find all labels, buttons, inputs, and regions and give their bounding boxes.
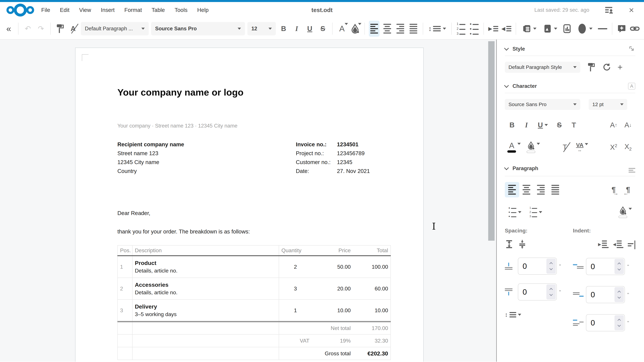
undo-button[interactable]: ↶ bbox=[22, 21, 33, 37]
spinner[interactable] bbox=[614, 287, 624, 302]
sidebar-italic-button[interactable]: I bbox=[519, 117, 534, 133]
decrease-indent-icon[interactable]: ◀ bbox=[613, 241, 623, 248]
indent-after-input[interactable]: 0 bbox=[586, 286, 625, 303]
insert-line-button[interactable] bbox=[597, 21, 608, 37]
menu-edit[interactable]: Edit bbox=[60, 7, 70, 13]
insert-shape-button[interactable] bbox=[575, 21, 595, 37]
clone-formatting-button[interactable] bbox=[55, 21, 66, 37]
superscript-button[interactable]: X2 bbox=[606, 139, 621, 155]
shrink-font-button[interactable]: A↓ bbox=[621, 117, 635, 133]
document-page[interactable]: Your company name or logo Your company ·… bbox=[75, 48, 424, 362]
menu-insert[interactable]: Insert bbox=[101, 7, 115, 13]
menu-help[interactable]: Help bbox=[197, 7, 209, 13]
clear-formatting-button[interactable]: A bbox=[68, 21, 78, 37]
menu-format[interactable]: Format bbox=[124, 7, 142, 13]
insert-chart-button[interactable] bbox=[562, 21, 572, 37]
vertical-scrollbar[interactable] bbox=[488, 39, 494, 362]
menu-view[interactable]: View bbox=[79, 7, 91, 13]
hanging-indent-icon[interactable] bbox=[628, 240, 635, 249]
spacing-label: Spacing: bbox=[505, 228, 567, 234]
sidebar-highlight-button[interactable] bbox=[523, 139, 544, 155]
paragraph-style-dropdown[interactable]: Default Paragraph ... bbox=[81, 22, 149, 35]
font-name-dropdown[interactable]: Source Sans Pro bbox=[151, 22, 245, 35]
redo-button[interactable]: ↷ bbox=[36, 21, 46, 37]
update-style-icon[interactable] bbox=[602, 63, 611, 71]
underline-button[interactable]: U bbox=[304, 21, 315, 37]
bold-button[interactable]: B bbox=[278, 21, 289, 37]
sidebar-align-left-button[interactable] bbox=[505, 182, 519, 197]
insert-image-button[interactable] bbox=[541, 21, 559, 37]
italic-button[interactable]: I bbox=[291, 21, 302, 37]
sidebar-bold-button[interactable]: B bbox=[505, 117, 519, 133]
character-dialog-icon[interactable]: A bbox=[628, 83, 635, 89]
sidebar-align-right-button[interactable] bbox=[534, 182, 548, 197]
style-section-header[interactable]: Style bbox=[505, 45, 635, 52]
line-spacing-button[interactable]: ↕ bbox=[427, 21, 447, 37]
indent-before-input[interactable]: 0 bbox=[586, 258, 625, 275]
sidebar-underline-button[interactable]: U bbox=[534, 117, 552, 133]
sidebar-strikethrough-button[interactable]: S bbox=[552, 117, 566, 133]
sidebar-font-name-dropdown[interactable]: Source Sans Pro bbox=[505, 99, 580, 110]
spinner[interactable] bbox=[546, 259, 556, 274]
spinner[interactable] bbox=[614, 315, 624, 330]
decrease-paragraph-spacing-icon[interactable] bbox=[518, 240, 526, 249]
align-right-button[interactable] bbox=[395, 21, 406, 37]
close-icon[interactable]: × bbox=[629, 6, 634, 14]
spinner[interactable] bbox=[546, 284, 556, 300]
sidebar-font-color-button[interactable]: A bbox=[505, 139, 523, 155]
indent-after-icon bbox=[573, 292, 584, 297]
sidebar-justify-button[interactable] bbox=[548, 182, 562, 197]
document-canvas[interactable]: Your company name or logo Your company ·… bbox=[0, 39, 496, 362]
special-character-button[interactable]: ≡♪ &% bbox=[642, 21, 644, 37]
spinner[interactable] bbox=[614, 259, 624, 274]
align-left-button[interactable] bbox=[369, 21, 380, 37]
properties-sidebar: Style Default Paragraph Style bbox=[497, 39, 644, 362]
insert-hyperlink-button[interactable] bbox=[630, 21, 640, 37]
character-section-header[interactable]: Character A bbox=[505, 83, 635, 89]
table-row: 2 AccessoriesDetails, article no. 3 20.0… bbox=[118, 278, 390, 300]
nextcloud-logo-icon bbox=[6, 3, 34, 17]
scrollbar-thumb[interactable] bbox=[488, 41, 494, 241]
line-spacing-dropdown-icon[interactable]: ↕ bbox=[505, 311, 521, 318]
sidebar-font-size-dropdown[interactable]: 12 pt bbox=[589, 99, 627, 110]
expand-panel-icon[interactable] bbox=[628, 45, 635, 52]
insert-comment-button[interactable] bbox=[616, 21, 627, 37]
paragraph-dialog-icon[interactable] bbox=[628, 164, 635, 173]
first-line-indent-input[interactable]: 0 bbox=[586, 314, 625, 331]
ltr-paragraph-button[interactable]: ¶→ bbox=[606, 182, 621, 197]
justify-button[interactable] bbox=[408, 21, 419, 37]
menu-tools[interactable]: Tools bbox=[174, 7, 188, 13]
spacing-above-input[interactable]: 0 bbox=[518, 258, 557, 275]
increase-paragraph-spacing-icon[interactable] bbox=[505, 240, 514, 249]
increase-indent-button[interactable]: ▶ bbox=[488, 21, 498, 37]
strikethrough-button[interactable]: S bbox=[318, 21, 328, 37]
grow-font-button[interactable]: A↑ bbox=[606, 117, 621, 133]
subscript-button[interactable]: X2 bbox=[621, 139, 635, 155]
collapse-toolbar-icon[interactable]: « bbox=[3, 21, 14, 37]
style-name-dropdown[interactable]: Default Paragraph Style bbox=[505, 62, 580, 73]
user-list-icon[interactable] bbox=[604, 5, 614, 15]
paragraph-background-button[interactable] bbox=[615, 204, 635, 220]
bullet-list-button[interactable]: ● ● ● bbox=[469, 21, 480, 37]
menu-file[interactable]: File bbox=[41, 7, 50, 13]
font-color-button[interactable]: A bbox=[336, 21, 347, 37]
new-style-icon[interactable]: + bbox=[618, 63, 622, 71]
sidebar-align-center-button[interactable] bbox=[519, 182, 534, 197]
ordered-list-button[interactable]: 1 2 3 bbox=[456, 21, 466, 37]
sidebar-clear-formatting-button[interactable]: T bbox=[558, 139, 572, 155]
clone-formatting-icon[interactable] bbox=[587, 62, 595, 72]
align-center-button[interactable] bbox=[382, 21, 392, 37]
rtl-paragraph-button[interactable]: ¶← bbox=[621, 182, 635, 197]
insert-table-button[interactable] bbox=[520, 21, 538, 37]
highlight-color-button[interactable] bbox=[350, 21, 360, 37]
menu-table[interactable]: Table bbox=[152, 7, 165, 13]
decrease-indent-button[interactable]: ◀ bbox=[501, 21, 512, 37]
increase-indent-icon[interactable]: ▶ bbox=[598, 241, 608, 248]
character-spacing-button[interactable]: VA ↔ bbox=[572, 139, 592, 155]
paragraph-section-header[interactable]: Paragraph bbox=[505, 164, 635, 173]
sidebar-ordered-list-button[interactable]: 1 2 3 bbox=[525, 204, 547, 220]
font-size-dropdown[interactable]: 12 bbox=[247, 22, 276, 35]
sidebar-bullet-list-button[interactable]: ● ● ● bbox=[505, 204, 525, 220]
shadow-button[interactable]: T bbox=[566, 117, 581, 133]
spacing-below-input[interactable]: 0 bbox=[518, 283, 557, 301]
